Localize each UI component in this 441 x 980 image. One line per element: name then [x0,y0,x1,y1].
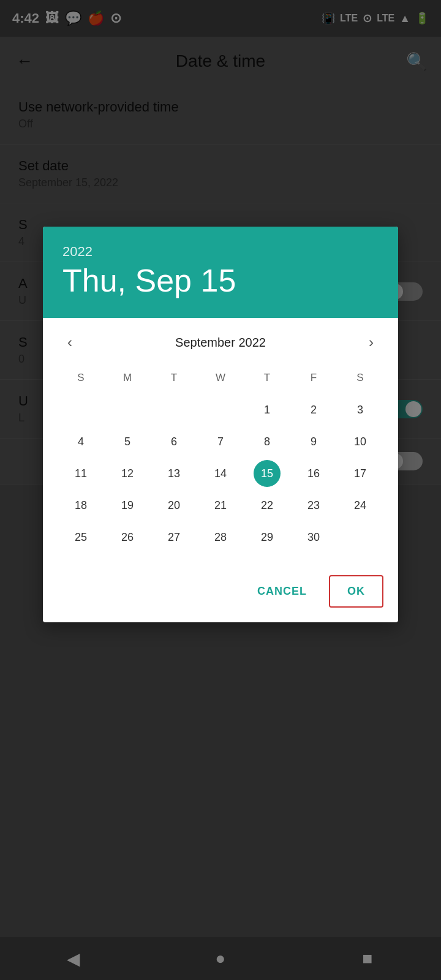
cal-day-21[interactable]: 21 [207,492,234,519]
cal-day-19[interactable]: 19 [114,492,141,519]
cal-day-1[interactable]: 1 [254,396,281,423]
next-month-button[interactable]: › [359,330,383,355]
cal-day-30[interactable]: 30 [300,524,327,551]
calendar-nav: ‹ September 2022 › [58,330,383,355]
cal-empty [207,396,234,423]
cal-day-25[interactable]: 25 [67,524,94,551]
cal-day-3[interactable]: 3 [347,396,374,423]
cal-day-9[interactable]: 9 [300,428,327,455]
cal-day-24[interactable]: 24 [347,492,374,519]
cal-day-29[interactable]: 29 [254,524,281,551]
calendar-grid: 1234567891011121314151617181920212223242… [58,394,383,553]
cal-day-17[interactable]: 17 [347,460,374,487]
cal-day-12[interactable]: 12 [114,460,141,487]
prev-month-button[interactable]: ‹ [58,330,82,355]
cal-empty [114,396,141,423]
cancel-button[interactable]: CANCEL [240,575,324,608]
cal-day-16[interactable]: 16 [300,460,327,487]
day-header-t1: T [151,367,197,389]
cal-day-26[interactable]: 26 [114,524,141,551]
cal-day-22[interactable]: 22 [254,492,281,519]
day-header-t2: T [244,367,290,389]
cal-day-18[interactable]: 18 [67,492,94,519]
cal-day-10[interactable]: 10 [347,428,374,455]
cal-day-27[interactable]: 27 [160,524,187,551]
dialog-date-display: Thu, Sep 15 [62,263,379,298]
calendar: ‹ September 2022 › S M T W T F S 1234567… [43,318,398,565]
cal-day-23[interactable]: 23 [300,492,327,519]
cal-day-28[interactable]: 28 [207,524,234,551]
calendar-month-year: September 2022 [175,336,266,350]
cal-empty [160,396,187,423]
day-header-f: F [290,367,337,389]
cal-day-2[interactable]: 2 [300,396,327,423]
day-header-w: W [197,367,244,389]
ok-button[interactable]: OK [329,575,383,608]
cal-day-20[interactable]: 20 [160,492,187,519]
day-header-s2: S [337,367,383,389]
cal-day-7[interactable]: 7 [207,428,234,455]
cal-day-6[interactable]: 6 [160,428,187,455]
dialog-actions: CANCEL OK [43,565,398,622]
cal-day-11[interactable]: 11 [67,460,94,487]
day-header-m: M [104,367,151,389]
cal-day-15[interactable]: 15 [254,460,281,487]
day-header-s: S [58,367,104,389]
cal-day-8[interactable]: 8 [254,428,281,455]
cal-day-4[interactable]: 4 [67,428,94,455]
day-headers: S M T W T F S [58,367,383,389]
dialog-header: 2022 Thu, Sep 15 [43,227,398,318]
cal-day-13[interactable]: 13 [160,460,187,487]
cal-day-14[interactable]: 14 [207,460,234,487]
dialog-year: 2022 [62,244,379,260]
date-picker-dialog: 2022 Thu, Sep 15 ‹ September 2022 › S M … [43,227,398,622]
cal-day-5[interactable]: 5 [114,428,141,455]
cal-empty [67,396,94,423]
